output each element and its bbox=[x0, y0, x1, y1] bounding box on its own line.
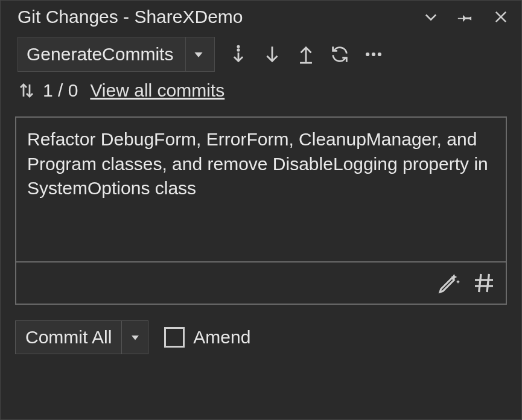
svg-point-4 bbox=[238, 49, 239, 51]
commit-message-input[interactable] bbox=[15, 116, 507, 262]
amend-checkbox[interactable] bbox=[164, 327, 185, 348]
svg-point-9 bbox=[366, 52, 369, 56]
toolbar-icons bbox=[228, 44, 384, 65]
svg-point-10 bbox=[372, 52, 375, 56]
sync-status-row: 1 / 0 View all commits bbox=[1, 77, 521, 109]
hash-icon[interactable] bbox=[472, 271, 496, 295]
pin-icon[interactable] bbox=[457, 8, 474, 25]
branch-caret-icon[interactable] bbox=[185, 37, 211, 71]
amend-checkbox-group[interactable]: Amend bbox=[164, 327, 250, 348]
commit-message-container bbox=[15, 116, 507, 305]
git-changes-panel: Git Changes - ShareXDemo GenerateCommits bbox=[0, 0, 522, 420]
view-all-commits-link[interactable]: View all commits bbox=[90, 80, 224, 101]
sync-icon[interactable] bbox=[329, 44, 350, 65]
branch-name: GenerateCommits bbox=[27, 44, 173, 65]
titlebar: Git Changes - ShareXDemo bbox=[1, 1, 521, 34]
svg-point-3 bbox=[238, 46, 239, 47]
more-icon[interactable] bbox=[363, 44, 384, 65]
titlebar-actions bbox=[422, 8, 509, 25]
svg-line-14 bbox=[479, 274, 481, 292]
fetch-icon[interactable] bbox=[228, 44, 249, 65]
ai-generate-message-icon[interactable] bbox=[437, 271, 461, 295]
panel-options-chevron-icon[interactable] bbox=[422, 8, 439, 25]
commit-dropdown-caret-icon[interactable] bbox=[121, 321, 148, 354]
svg-marker-18 bbox=[132, 336, 139, 340]
amend-label: Amend bbox=[193, 327, 250, 348]
outgoing-incoming-count: 1 / 0 bbox=[18, 80, 78, 101]
panel-title: Git Changes - ShareXDemo bbox=[18, 7, 422, 27]
updown-arrows-icon bbox=[18, 80, 36, 101]
close-icon[interactable] bbox=[492, 8, 509, 25]
commit-actions-row: Commit All Amend bbox=[1, 305, 521, 354]
commit-message-toolbar bbox=[15, 262, 507, 305]
toolbar: GenerateCommits bbox=[1, 34, 521, 77]
svg-line-15 bbox=[487, 274, 489, 292]
svg-point-11 bbox=[378, 52, 381, 56]
sync-count-text: 1 / 0 bbox=[43, 80, 78, 101]
pull-icon[interactable] bbox=[262, 44, 282, 65]
commit-all-button[interactable]: Commit All bbox=[15, 320, 148, 354]
svg-marker-2 bbox=[194, 52, 202, 57]
commit-all-label: Commit All bbox=[16, 321, 121, 354]
push-icon[interactable] bbox=[296, 44, 316, 65]
branch-dropdown[interactable]: GenerateCommits bbox=[18, 37, 215, 72]
